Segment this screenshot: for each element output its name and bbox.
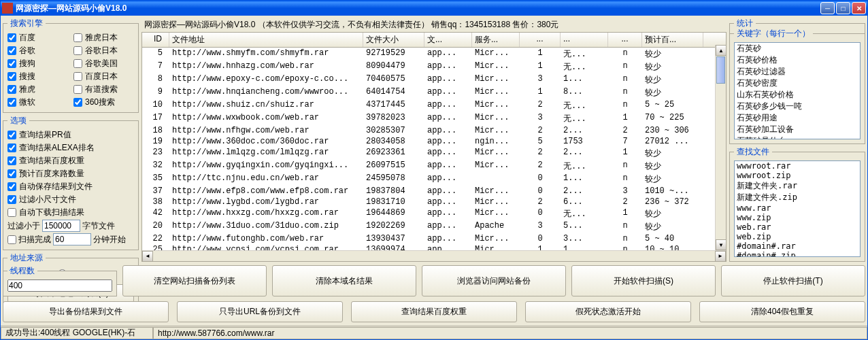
engine-谷歌美国[interactable]: 谷歌美国 <box>73 58 134 69</box>
findfile-item[interactable]: 新建文件夹.rar <box>735 180 860 192</box>
column-header[interactable]: 文件地址 <box>169 33 363 47</box>
column-header[interactable]: ID <box>142 33 169 47</box>
keyword-item[interactable]: 石英砂加工设备 <box>735 124 860 135</box>
minimize-button[interactable]: ─ <box>820 2 835 14</box>
engine-谷歌日本[interactable]: 谷歌日本 <box>73 45 134 56</box>
table-row[interactable]: 10http://www.shuiz.cn/shuiz.rar43717445a… <box>142 99 726 112</box>
findfile-item[interactable]: wwwroot.zip <box>735 171 860 180</box>
keyword-item[interactable]: 石英砂过滤器 <box>735 66 860 78</box>
table-row[interactable]: 35http://ttc.njnu.edu.cn/web.rar24595078… <box>142 173 726 186</box>
keyword-item[interactable]: 山东石英砂价格 <box>735 89 860 101</box>
results-table[interactable]: ID文件地址文件大小文...服务............预计百... 5http… <box>141 32 727 262</box>
engine-微软[interactable]: 微软 <box>7 97 68 108</box>
options-legend: 选项 <box>7 115 29 126</box>
table-row[interactable]: 32http://www.gyqingxin.com/gyqingxi...26… <box>142 160 726 173</box>
fake-death-button[interactable]: 假死状态激活开始 <box>525 301 691 322</box>
close-button[interactable]: ✕ <box>852 2 866 14</box>
table-row[interactable]: 42http://www.hxxzg.com/hxxzg.com.rar1964… <box>142 207 726 220</box>
stop-scan-button[interactable]: 停止软件扫描(T) <box>721 265 865 296</box>
engine-百度日本[interactable]: 百度日本 <box>73 71 134 82</box>
scroll-down-icon[interactable]: ▼ <box>716 239 727 250</box>
option-1[interactable]: 查询结果ALEXA排名 <box>7 142 134 154</box>
table-row[interactable]: 23http://www.lmlqzg.com/lmlqzg.rar269233… <box>142 147 726 160</box>
scroll-thumb[interactable] <box>716 56 725 84</box>
export-url-button[interactable]: 只导出URL备份到文件 <box>177 301 343 322</box>
clear-domain-button[interactable]: 清除本域名结果 <box>272 265 416 296</box>
option-2[interactable]: 查询结果百度权重 <box>7 155 134 167</box>
engine-360搜索[interactable]: 360搜索 <box>73 97 134 108</box>
keyword-item[interactable]: 石英砂是什么 <box>735 135 860 139</box>
keywords-list[interactable]: 石英砂石英砂价格石英砂过滤器石英砂密度山东石英砂价格石英砂多少钱一吨石英砂用途石… <box>734 42 861 139</box>
column-header[interactable]: 文... <box>424 33 472 47</box>
option-4[interactable]: 自动保存结果到文件 <box>7 181 134 192</box>
column-header[interactable]: 预计百... <box>642 33 703 47</box>
scroll-right-icon[interactable]: ► <box>715 251 726 262</box>
threads-input[interactable] <box>7 279 112 292</box>
scan-delay-check[interactable] <box>7 235 16 244</box>
search-engines-legend: 搜索引擎 <box>7 18 46 29</box>
table-row[interactable]: 20http://www.31duo.com/31duo.com.zip1920… <box>142 220 726 233</box>
horizontal-scrollbar[interactable]: ◄ ► <box>142 250 726 261</box>
banner-text: 网源密探—网站源码小偷V18.0 （本软件仅供学习交流，不负有相关法律责任） 销… <box>141 18 727 32</box>
threads-legend: 线程数 <box>7 265 37 277</box>
table-row[interactable]: 38http://www.lygbd.com/lygbd.rar19831710… <box>142 197 726 207</box>
findfile-item[interactable]: web.zip <box>735 232 860 241</box>
export-results-button[interactable]: 导出备份结果到文件 <box>3 301 169 322</box>
column-header[interactable]: ... <box>608 33 642 47</box>
table-row[interactable]: 37http://www.efp8.com/www.efp8.com.rar19… <box>142 186 726 197</box>
table-row[interactable]: 25http://www.ycpsj.com/ycpsj.com.rar1369… <box>142 244 726 250</box>
column-header[interactable]: 服务... <box>472 33 520 47</box>
scroll-up-icon[interactable]: ▲ <box>716 45 727 56</box>
column-header[interactable]: ... <box>520 33 561 47</box>
keyword-item[interactable]: 石英砂 <box>735 43 860 54</box>
engine-搜搜[interactable]: 搜搜 <box>7 71 68 82</box>
findfile-item[interactable]: www.rar <box>735 203 860 213</box>
option-6[interactable]: 自动下载扫描结果 <box>7 207 134 218</box>
column-header[interactable]: ... <box>561 33 608 47</box>
scan-delay-input[interactable] <box>53 233 91 245</box>
clear-scan-list-button[interactable]: 清空网站扫描备份列表 <box>122 265 267 296</box>
window-title: 网源密探—网站源码小偷V18.0 <box>16 3 820 14</box>
table-row[interactable]: 8http://www.epoxy-c.com/epoxy-c.co...704… <box>142 73 726 86</box>
engine-有道搜索[interactable]: 有道搜索 <box>73 84 134 95</box>
option-5[interactable]: 过滤小尺寸文件 <box>7 194 134 205</box>
titlebar: 网源密探—网站源码小偷V18.0 ─ □ ✕ <box>1 1 867 16</box>
clear-404-button[interactable]: 清除404假包重复 <box>699 301 865 322</box>
engine-雅虎[interactable]: 雅虎 <box>7 84 68 95</box>
scroll-left-icon[interactable]: ◄ <box>142 251 153 262</box>
engine-百度[interactable]: 百度 <box>7 32 68 44</box>
table-row[interactable]: 7http://www.hnhazg.com/web.rar80904479ap… <box>142 61 726 73</box>
findfiles-legend: 查找文件 <box>734 146 772 158</box>
table-row[interactable]: 5http://www.shmyfm.com/shmyfm.rar9271952… <box>142 48 726 61</box>
filter-size-input[interactable] <box>42 220 80 232</box>
table-row[interactable]: 19http://www.360doc.com/360doc.rar280340… <box>142 136 726 147</box>
table-row[interactable]: 17http://www.wxwbook.com/web.rar39782023… <box>142 112 726 125</box>
engine-搜狗[interactable]: 搜狗 <box>7 58 68 69</box>
findfile-item[interactable]: web.rar <box>735 222 860 232</box>
findfile-item[interactable]: #domain#.rar <box>735 241 860 251</box>
findfile-item[interactable]: wwwroot.rar <box>735 161 860 171</box>
findfiles-list[interactable]: wwwroot.rarwwwroot.zip新建文件夹.rar新建文件夹.zip… <box>734 160 861 258</box>
browse-backup-button[interactable]: 浏览器访问网站备份 <box>422 265 566 296</box>
vertical-scrollbar[interactable]: ▲ ▼ <box>715 45 726 250</box>
table-row[interactable]: 22http://www.futonghb.com/web.rar1393043… <box>142 233 726 244</box>
search-engines-group: 搜索引擎 百度雅虎日本谷歌谷歌日本搜狗谷歌美国搜搜百度日本雅虎有道搜索微软360… <box>3 18 139 113</box>
statusbar: 成功导出:400线程 GOOGLE(HK)-石 http://www.58776… <box>1 326 867 339</box>
column-header[interactable]: 文件大小 <box>363 33 424 47</box>
table-row[interactable]: 18http://www.nfhgw.com/web.rar30285307ap… <box>142 125 726 136</box>
start-scan-button[interactable]: 开始软件扫描(S) <box>571 265 716 296</box>
findfile-item[interactable]: 新建文件夹.zip <box>735 192 860 203</box>
option-0[interactable]: 查询结果PR值 <box>7 129 134 141</box>
keyword-item[interactable]: 石英砂密度 <box>735 78 860 89</box>
findfile-item[interactable]: #domain#.zip <box>735 251 860 258</box>
engine-谷歌[interactable]: 谷歌 <box>7 45 68 56</box>
findfile-item[interactable]: www.zip <box>735 213 860 222</box>
keyword-item[interactable]: 石英砂多少钱一吨 <box>735 101 860 112</box>
keyword-item[interactable]: 石英砂用途 <box>735 112 860 124</box>
engine-雅虎日本[interactable]: 雅虎日本 <box>73 32 134 44</box>
maximize-button[interactable]: □ <box>836 2 850 14</box>
baidu-weight-button[interactable]: 查询结果百度权重 <box>351 301 517 322</box>
option-3[interactable]: 预计百度来路数量 <box>7 168 134 180</box>
table-row[interactable]: 9http://www.hnqiancheng.com/wwwroo...640… <box>142 86 726 99</box>
keyword-item[interactable]: 石英砂价格 <box>735 54 860 66</box>
